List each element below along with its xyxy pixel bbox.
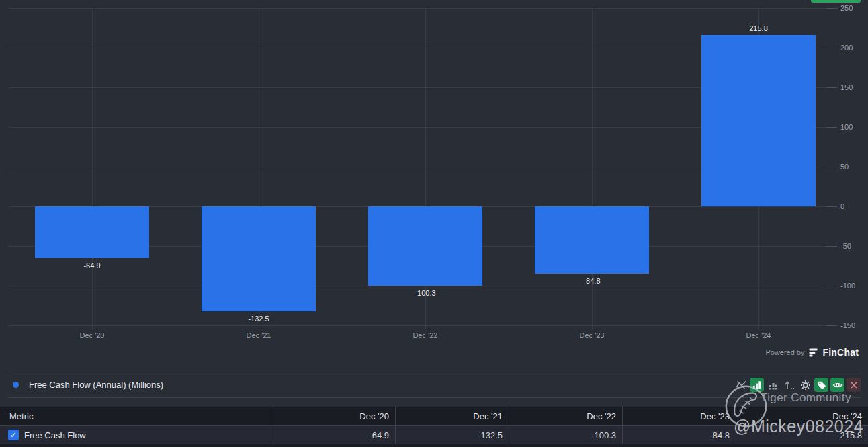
metrics-table: Metric Dec '20 Dec '21 Dec '22 Dec '23 D…: [0, 407, 868, 447]
table-bottom-strip: [0, 444, 868, 447]
y-axis-label: 150: [840, 83, 867, 91]
bar-dec-22[interactable]: [368, 206, 482, 286]
y-axis-label: -50: [840, 242, 867, 250]
row-value-dec24: 215.8: [736, 426, 868, 444]
finchat-logo-icon: [808, 348, 818, 358]
visibility-eye-icon[interactable]: [830, 378, 844, 392]
y-axis-tick: [826, 246, 837, 247]
y-gridline: [8, 8, 826, 9]
row-value-dec23: -84.8: [622, 426, 736, 444]
x-gridline: [92, 8, 93, 329]
bar-dec-24[interactable]: [701, 35, 816, 206]
y-axis-tick: [826, 87, 837, 88]
table-header-row: Metric Dec '20 Dec '21 Dec '22 Dec '23 D…: [0, 407, 868, 425]
y-axis-tick: [826, 325, 837, 326]
y-gridline: [8, 325, 826, 326]
bar-chart-icon[interactable]: [750, 378, 764, 392]
y-axis-label: 100: [840, 123, 867, 131]
bar-value-label: -132.5: [228, 315, 289, 323]
table-row-free-cash-flow: ✓ Free Cash Flow -64.9 -132.5 -100.3 -84…: [0, 425, 868, 444]
y-axis-tick: [826, 167, 837, 167]
table-header-metric: Metric: [0, 407, 271, 425]
x-axis-label: Dec '22: [398, 331, 452, 339]
y-axis-tick: [826, 8, 837, 9]
tag-icon[interactable]: [814, 378, 828, 392]
table-header-dec24: Dec '24: [736, 407, 868, 425]
line-chart-icon[interactable]: [734, 378, 748, 392]
bar-dec-23[interactable]: [535, 206, 649, 274]
y-axis-label: 50: [840, 163, 867, 171]
x-axis-label: Dec '20: [65, 331, 119, 339]
bar-dec-20[interactable]: [35, 206, 149, 258]
table-header-dec23: Dec '23: [622, 407, 736, 425]
x-axis-label: Dec '21: [232, 331, 286, 339]
bar-value-label: -100.3: [395, 289, 455, 297]
finchat-brand-name: FinChat: [822, 347, 859, 358]
row-value-dec21: -132.5: [395, 426, 509, 444]
y-axis-label: -100: [840, 282, 867, 290]
x-axis-label: Dec '24: [732, 331, 785, 339]
powered-by-finchat: Powered by FinChat: [765, 347, 859, 358]
bar-dec-21[interactable]: [202, 206, 316, 311]
bar-value-label: -84.8: [562, 277, 622, 285]
sort-up-icon[interactable]: [782, 378, 796, 392]
chart-plot-area: 250200150100500-50-100-150Dec '20Dec '21…: [0, 0, 868, 343]
row-checkbox[interactable]: ✓: [8, 430, 19, 440]
y-axis-tick: [826, 48, 837, 48]
y-axis-tick: [826, 206, 837, 207]
y-axis-label: -150: [840, 321, 867, 329]
y-axis-label: 200: [840, 44, 867, 52]
legend-row: Free Cash Flow (Annual) (Millions): [8, 372, 861, 398]
powered-by-label: Powered by: [765, 348, 804, 356]
y-axis-label: 0: [840, 202, 867, 210]
bar-value-label: -64.9: [62, 261, 122, 270]
table-header-dec22: Dec '22: [509, 407, 622, 425]
y-axis-tick: [826, 127, 837, 128]
chart-toolbar: [734, 378, 861, 392]
close-icon[interactable]: [847, 378, 861, 392]
x-axis-label: Dec '23: [565, 331, 619, 339]
finchat-chart-widget: 250200150100500-50-100-150Dec '20Dec '21…: [0, 0, 868, 447]
legend-series-label: Free Cash Flow (Annual) (Millions): [29, 380, 163, 390]
table-header-dec20: Dec '20: [271, 407, 395, 425]
row-value-dec22: -100.3: [509, 426, 622, 444]
y-axis-tick: [826, 286, 837, 286]
legend-series-dot: [13, 382, 19, 388]
table-header-dec21: Dec '21: [395, 407, 509, 425]
y-gridline: [8, 286, 826, 286]
column-chart-icon[interactable]: [766, 378, 780, 392]
bar-value-label: 215.8: [728, 24, 789, 32]
settings-gear-icon[interactable]: [798, 378, 812, 392]
y-axis-label: 250: [840, 4, 867, 12]
row-metric-label: Free Cash Flow: [24, 430, 86, 440]
row-value-dec20: -64.9: [271, 426, 395, 444]
